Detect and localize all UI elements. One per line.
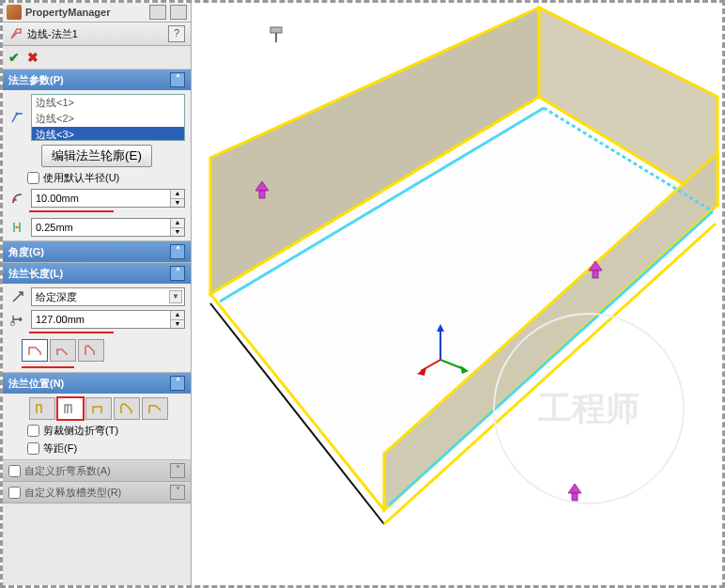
edge-item-1[interactable]: 边线<1> — [32, 95, 184, 111]
pos-bend-outside[interactable] — [85, 397, 112, 420]
gap-distance-field[interactable] — [32, 219, 170, 236]
position-toggles — [8, 397, 185, 420]
edge-flange-icon — [8, 26, 23, 41]
flange-length-header[interactable]: 法兰长度(L) ˄ — [3, 263, 191, 284]
model-view — [192, 3, 722, 585]
trim-side-bends-label: 剪裁侧边折弯(T) — [43, 424, 118, 438]
length-value-field[interactable] — [32, 311, 170, 328]
length-ref-inner-virtual[interactable] — [50, 339, 76, 362]
custom-bend-allowance-label: 自定义折弯系数(A) — [24, 464, 111, 478]
end-condition-dropdown[interactable]: 给定深度 — [31, 287, 185, 306]
chevron-down-icon[interactable]: ˅ — [170, 485, 185, 500]
spin-down[interactable]: ▼ — [171, 199, 184, 208]
equal-offset-checkbox[interactable] — [27, 442, 39, 455]
angle-group: 角度(G) ˄ — [3, 241, 191, 263]
length-value-icon: D — [8, 311, 27, 328]
flange-params-title: 法兰参数(P) — [8, 73, 64, 87]
custom-bend-allowance-checkbox[interactable] — [8, 465, 21, 477]
pm-tab1[interactable] — [149, 5, 166, 20]
angle-header[interactable]: 角度(G) ˄ — [3, 241, 191, 262]
chevron-up-icon[interactable]: ˄ — [170, 244, 185, 259]
gap-distance-icon — [8, 219, 27, 236]
pos-virtual-sharp[interactable] — [114, 397, 140, 420]
svg-marker-16 — [568, 484, 581, 493]
pm-title: PropertyManager — [25, 7, 146, 18]
pos-tangent-bend[interactable] — [142, 397, 168, 420]
spin-up[interactable]: ▲ — [171, 190, 184, 199]
chevron-down-icon[interactable]: ˅ — [170, 463, 185, 478]
svg-rect-15 — [593, 271, 598, 278]
svg-rect-18 — [270, 27, 282, 33]
flange-params-header[interactable]: 法兰参数(P) ˄ — [3, 70, 191, 90]
edge-selection-icon — [8, 109, 27, 126]
pos-material-outside[interactable] — [57, 397, 84, 420]
end-condition-icon — [8, 288, 27, 305]
bend-radius-field[interactable] — [32, 190, 170, 207]
length-ref-tangent[interactable] — [78, 339, 104, 362]
length-value-input[interactable]: ▲▼ — [31, 310, 185, 329]
confirm-row: ✔ ✖ — [3, 46, 191, 70]
use-default-radius-checkbox[interactable] — [27, 172, 39, 184]
feature-title-bar: 边线-法兰1 ? — [3, 23, 191, 46]
length-ref-outer-virtual[interactable] — [22, 339, 48, 362]
flange-position-title: 法兰位置(N) — [8, 377, 64, 391]
edge-selection-list[interactable]: 边线<1> 边线<2> 边线<3> — [31, 94, 185, 141]
cancel-button[interactable]: ✖ — [27, 50, 39, 65]
chevron-up-icon[interactable]: ˄ — [170, 266, 185, 281]
flange-length-title: 法兰长度(L) — [8, 267, 63, 281]
spin-up[interactable]: ▲ — [171, 219, 184, 228]
help-button[interactable]: ? — [168, 25, 185, 42]
fixed-constraint-icon — [270, 27, 282, 42]
pos-material-inside[interactable] — [29, 397, 55, 420]
svg-rect-13 — [259, 191, 265, 198]
custom-relief-group[interactable]: 自定义释放槽类型(R) ˅ — [3, 482, 191, 503]
gap-distance-input[interactable]: ▲▼ — [31, 218, 185, 237]
use-default-radius-label: 使用默认半径(U) — [43, 171, 119, 185]
trim-side-bends-checkbox[interactable] — [27, 425, 39, 437]
flange-length-group: 法兰长度(L) ˄ 给定深度 D — [3, 263, 191, 373]
chevron-up-icon[interactable]: ˄ — [170, 376, 185, 391]
equal-offset-label: 等距(F) — [43, 441, 77, 456]
spin-down[interactable]: ▼ — [171, 320, 184, 329]
svg-point-0 — [16, 113, 19, 116]
ok-button[interactable]: ✔ — [8, 50, 20, 65]
spin-up[interactable]: ▲ — [171, 311, 184, 320]
flange-position-group: 法兰位置(N) ˄ — [3, 373, 191, 460]
solidworks-logo-icon — [7, 5, 22, 20]
edge-item-3[interactable]: 边线<3> — [32, 127, 184, 141]
flange-params-group: 法兰参数(P) ˄ 边线<1> 边线<2> 边线<3> 编辑法兰轮廓(E) — [3, 70, 191, 241]
angle-title: 角度(G) — [8, 245, 44, 259]
svg-text:D: D — [10, 320, 15, 327]
pm-tab2[interactable] — [170, 5, 187, 20]
spin-down[interactable]: ▼ — [171, 228, 184, 237]
custom-relief-checkbox[interactable] — [8, 487, 21, 499]
chevron-up-icon[interactable]: ˄ — [170, 72, 185, 87]
svg-rect-17 — [572, 493, 578, 501]
feature-name: 边线-法兰1 — [27, 27, 78, 41]
custom-relief-label: 自定义释放槽类型(R) — [24, 486, 121, 500]
graphics-viewport[interactable]: 工程师 — [192, 3, 722, 585]
svg-point-1 — [16, 226, 18, 228]
edit-flange-profile-button[interactable]: 编辑法兰轮廓(E) — [41, 145, 152, 167]
property-manager-panel: PropertyManager 边线-法兰1 ? ✔ ✖ 法兰参数(P) ˄ — [3, 3, 192, 585]
pm-titlebar: PropertyManager — [3, 3, 191, 23]
length-reference-toggles — [8, 339, 185, 362]
edge-item-2[interactable]: 边线<2> — [32, 111, 184, 127]
flange-position-header[interactable]: 法兰位置(N) ˄ — [3, 373, 191, 394]
end-condition-value: 给定深度 — [36, 290, 77, 304]
custom-bend-allowance-group[interactable]: 自定义折弯系数(A) ˅ — [3, 460, 191, 482]
bend-radius-icon — [8, 190, 27, 207]
bend-radius-input[interactable]: ▲▼ — [31, 189, 185, 208]
